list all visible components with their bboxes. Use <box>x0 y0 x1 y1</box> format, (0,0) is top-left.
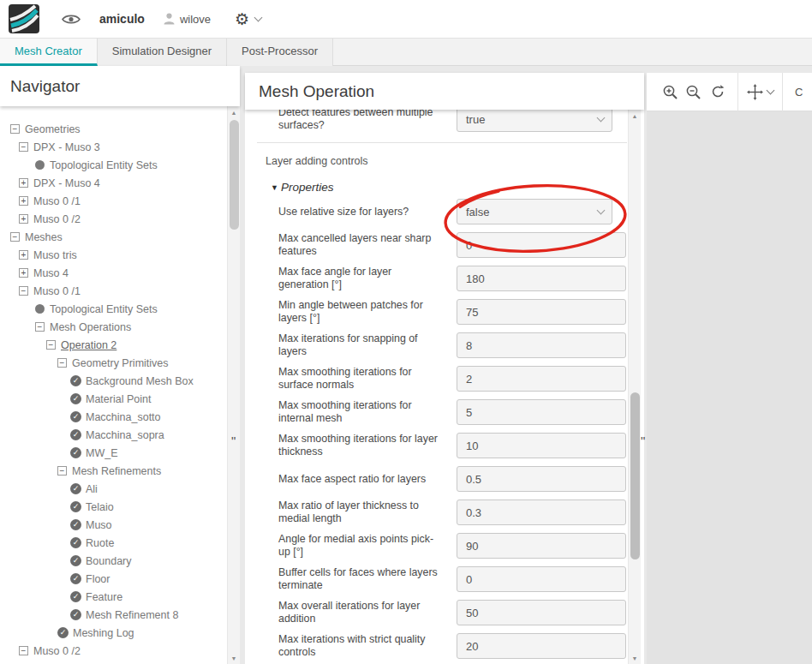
field-label: Max iterations for snapping of layers <box>278 332 441 358</box>
field-label: Max face aspect ratio for layers <box>278 473 441 486</box>
smoothing-internal-mesh-input[interactable] <box>457 399 626 425</box>
zoom-out-button[interactable] <box>685 84 702 100</box>
form-scrollbar[interactable]: ▲ ▼ <box>628 110 641 664</box>
app-logo-icon[interactable] <box>9 4 39 33</box>
tree-item[interactable]: ✓Mesh Refinement 8 <box>0 606 227 624</box>
pan-tool-button[interactable] <box>747 84 773 100</box>
tree-item[interactable]: ✓Ruote <box>0 534 227 552</box>
max-face-angle-input[interactable] <box>457 266 626 291</box>
tree-item[interactable]: ✓Ali <box>0 480 227 498</box>
tab-simulation-designer[interactable]: Simulation Designer <box>98 39 227 66</box>
max-cancelled-layers-input[interactable] <box>457 232 626 258</box>
collapse-icon[interactable]: − <box>46 340 56 350</box>
collapse-icon[interactable]: − <box>19 142 28 152</box>
tree-item[interactable]: Topological Entity Sets <box>0 156 227 174</box>
scroll-down-icon[interactable]: ▼ <box>228 652 240 664</box>
tree-item[interactable]: ✓MW_E <box>0 444 227 462</box>
scroll-up-icon[interactable]: ▲ <box>228 106 240 118</box>
expand-icon[interactable]: + <box>19 214 28 224</box>
triangle-down-icon: ▼ <box>271 183 278 192</box>
field-label: Max ratio of layer thickness to medial l… <box>278 499 441 525</box>
collapse-icon[interactable]: − <box>19 286 28 296</box>
collapse-icon[interactable]: − <box>57 466 67 476</box>
tree-item[interactable]: −Geometry Primitives <box>0 354 227 372</box>
tree-item[interactable]: ✓Telaio <box>0 498 227 516</box>
tree-item[interactable]: −DPX - Muso 3 <box>0 138 227 156</box>
scrollbar-thumb[interactable] <box>630 392 640 559</box>
smoothing-layer-thickness-input[interactable] <box>457 433 626 458</box>
workspace-name[interactable]: amiculo <box>99 12 145 26</box>
toolbar-divider <box>737 73 738 111</box>
tree-item[interactable]: −Mesh Refinements <box>0 462 227 480</box>
detect-features-select[interactable]: true <box>457 110 612 132</box>
strict-quality-iterations-input[interactable] <box>457 633 626 659</box>
tree-item[interactable]: ✓Macchina_sotto <box>0 408 227 426</box>
min-angle-patches-input[interactable] <box>457 299 626 325</box>
tree-item[interactable]: −Geometries <box>0 120 227 138</box>
tree-item[interactable]: ✓Muso <box>0 516 227 534</box>
tree-item[interactable]: ✓Material Point <box>0 390 227 408</box>
visibility-eye-icon[interactable] <box>62 13 81 26</box>
username-label[interactable]: wilove <box>180 13 211 26</box>
tree-item[interactable]: +Muso tris <box>0 246 227 264</box>
navigator-scrollbar[interactable]: ▲ ▼ <box>227 106 240 664</box>
module-tab-bar: Mesh Creator Simulation Designer Post-Pr… <box>0 39 812 66</box>
chevron-down-icon <box>767 87 775 95</box>
max-thickness-medial-ratio-input[interactable] <box>457 499 626 525</box>
tree-item[interactable]: +DPX - Muso 4 <box>0 174 227 192</box>
medial-axis-angle-input[interactable] <box>457 533 626 559</box>
expand-icon[interactable]: + <box>19 268 28 278</box>
zoom-in-button[interactable] <box>662 84 678 100</box>
panel-collapse-handle[interactable]: " <box>641 437 645 446</box>
max-overall-iterations-input[interactable] <box>457 600 626 625</box>
gear-icon[interactable]: ⚙ <box>235 11 249 27</box>
clipped-toolbar-button[interactable]: C <box>795 86 803 99</box>
tree-item-operation-2[interactable]: −Operation 2 <box>0 336 227 354</box>
tree-item[interactable]: ✓Meshing Log <box>0 624 227 642</box>
expand-icon[interactable]: + <box>19 178 28 188</box>
collapse-icon[interactable]: − <box>10 232 20 242</box>
tree-item[interactable]: +Muso 4 <box>0 264 227 282</box>
refresh-icon[interactable] <box>710 84 725 99</box>
tree-item[interactable]: ✓Floor <box>0 570 227 588</box>
tab-post-processor[interactable]: Post-Processor <box>227 39 333 66</box>
tree-item[interactable]: −Meshes <box>0 228 227 246</box>
scrollbar-thumb[interactable] <box>230 120 239 230</box>
tree-item[interactable]: ✓Boundary <box>0 552 227 570</box>
properties-header[interactable]: ▼ Properties <box>271 181 627 194</box>
tab-mesh-creator[interactable]: Mesh Creator <box>0 39 98 66</box>
scroll-down-icon[interactable]: ▼ <box>629 652 641 664</box>
tree-item[interactable]: +Muso 0 /1 <box>0 192 227 210</box>
expand-icon[interactable]: + <box>19 250 28 260</box>
check-icon: ✓ <box>70 501 81 512</box>
field-label: Min angle between patches for layers [°] <box>278 299 441 325</box>
scroll-up-icon[interactable]: ▲ <box>629 110 641 122</box>
smoothing-surface-normals-input[interactable] <box>457 366 626 392</box>
collapse-icon[interactable]: − <box>10 124 20 134</box>
field-row: Max face aspect ratio for layers <box>278 466 627 492</box>
field-row: Max iterations with strict quality contr… <box>278 633 627 659</box>
collapse-icon[interactable]: − <box>35 322 45 332</box>
mesh-operation-form: Detect features between multiple surface… <box>245 110 627 664</box>
tree-item[interactable]: −Muso 0 /1 <box>0 282 227 300</box>
panel-collapse-handle[interactable]: " <box>231 437 236 446</box>
buffer-cells-input[interactable] <box>457 566 626 592</box>
tree-item[interactable]: −Muso 0 /2 <box>0 642 227 660</box>
max-face-aspect-ratio-input[interactable] <box>457 466 626 492</box>
expand-icon[interactable]: + <box>19 196 28 206</box>
collapse-icon[interactable]: − <box>57 358 67 368</box>
tree-item[interactable]: +Muso 0 /2 <box>0 210 227 228</box>
toolbar-divider <box>782 73 783 111</box>
check-icon: ✓ <box>70 519 81 530</box>
user-icon <box>164 13 175 25</box>
max-snapping-iterations-input[interactable] <box>457 332 626 358</box>
tree-item[interactable]: Topological Entity Sets <box>0 300 227 318</box>
tree-item[interactable]: ✓Macchina_sopra <box>0 426 227 444</box>
viewport-3d-canvas[interactable] <box>647 111 812 664</box>
tree-item[interactable]: ✓Background Mesh Box <box>0 372 227 390</box>
use-relative-size-select[interactable]: false <box>457 199 612 224</box>
tree-item[interactable]: ✓Feature <box>0 588 227 606</box>
tree-item[interactable]: −Mesh Operations <box>0 318 227 336</box>
chevron-down-icon[interactable] <box>254 13 263 21</box>
collapse-icon[interactable]: − <box>19 646 28 655</box>
